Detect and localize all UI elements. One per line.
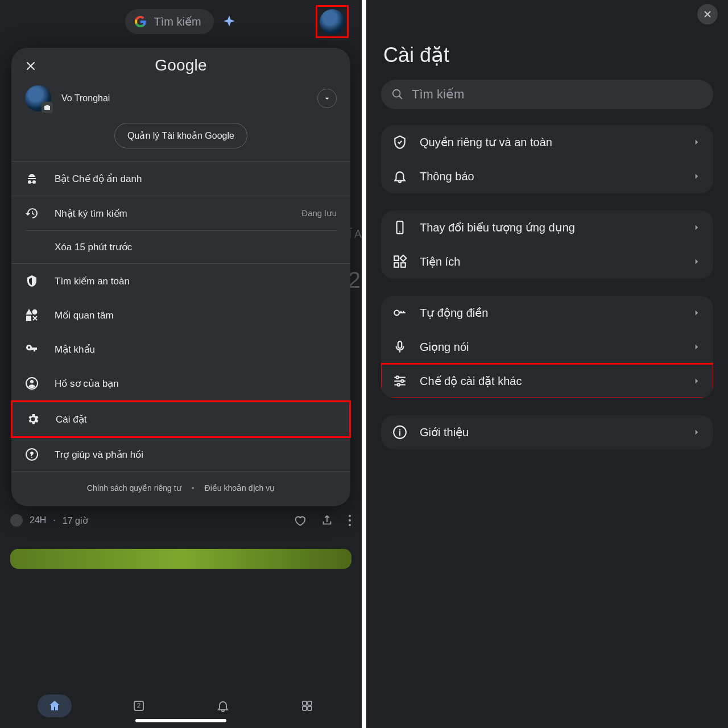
expand-button[interactable] (317, 89, 337, 108)
row-about[interactable]: Giới thiệu (381, 415, 713, 449)
bell-icon (392, 169, 407, 184)
group-about: Giới thiệu (381, 415, 713, 449)
help-icon (25, 448, 39, 461)
manage-account-button[interactable]: Quản lý Tài khoản Google (114, 123, 247, 148)
close-icon[interactable] (24, 59, 38, 73)
help-row[interactable]: Trợ giúp và phản hồi (11, 437, 350, 471)
privacy-link[interactable]: Chính sách quyền riêng tư (87, 483, 181, 493)
search-placeholder: Tìm kiếm (154, 15, 201, 28)
feed-card-image[interactable] (10, 549, 351, 569)
svg-rect-15 (394, 263, 399, 267)
passwords-row[interactable]: Mật khẩu (11, 332, 350, 366)
gear-icon (26, 412, 40, 426)
settings-row[interactable]: Cài đặt (11, 400, 351, 438)
svg-point-4 (349, 519, 351, 522)
chevron-down-icon (322, 94, 332, 103)
svg-rect-17 (400, 255, 407, 262)
camera-badge-icon (42, 102, 53, 113)
search-icon (391, 88, 404, 101)
svg-point-24 (399, 429, 401, 431)
source-favicon (10, 514, 23, 527)
search-pill[interactable]: Tìm kiếm (125, 9, 213, 34)
chevron-right-icon (692, 342, 702, 352)
nav-notifications[interactable] (206, 694, 240, 717)
share-icon[interactable] (321, 514, 333, 527)
close-icon (702, 9, 713, 19)
history-status: Đang lưu (301, 208, 337, 218)
svg-point-3 (349, 515, 351, 517)
topbar: Tìm kiếm (0, 0, 362, 43)
page-title: Cài đặt (366, 28, 728, 80)
feed-row: 24H · 17 giờ (10, 514, 351, 527)
tab-count: 2 (137, 702, 141, 710)
history-icon (25, 206, 39, 220)
history-row[interactable]: Nhật ký tìm kiếm Đang lưu (11, 196, 350, 230)
close-button[interactable] (697, 4, 718, 24)
incognito-row[interactable]: Bật Chế độ ẩn danh (11, 162, 350, 196)
chevron-right-icon (692, 137, 702, 147)
sheet-footer: Chính sách quyền riêng tư • Điều khoản d… (11, 472, 350, 502)
svg-point-5 (349, 524, 351, 526)
svg-point-22 (398, 383, 400, 386)
interests-icon (25, 308, 39, 322)
interests-row[interactable]: Mối quan tâm (11, 298, 350, 332)
row-notifications[interactable]: Thông báo (381, 159, 713, 193)
nav-menu[interactable] (290, 694, 324, 717)
delete-15-row[interactable]: Xóa 15 phút trước (11, 231, 350, 263)
info-icon (392, 425, 407, 440)
sparkle-icon[interactable] (222, 14, 237, 29)
heart-icon[interactable] (293, 514, 306, 527)
nav-tabs[interactable]: 2 (122, 694, 156, 717)
feed-time: 17 giờ (63, 515, 88, 526)
more-icon[interactable] (348, 514, 351, 527)
chevron-right-icon (692, 427, 702, 437)
tune-icon (392, 374, 407, 388)
row-widgets[interactable]: Tiện ích (381, 245, 713, 279)
home-indicator[interactable] (135, 719, 226, 722)
bell-icon (216, 699, 230, 713)
incognito-icon (25, 172, 39, 185)
chevron-right-icon (692, 257, 702, 267)
chevron-right-icon (692, 222, 702, 233)
row-other-settings[interactable]: Chế độ cài đặt khác (381, 364, 713, 398)
svg-point-21 (401, 380, 403, 382)
svg-rect-10 (308, 706, 312, 710)
chevron-right-icon (692, 308, 702, 318)
group-privacy: Quyền riêng tư và an toàn Thông báo (381, 125, 713, 193)
account-avatar[interactable] (25, 85, 51, 111)
widgets-icon (392, 254, 407, 269)
chevron-right-icon (692, 171, 702, 181)
svg-rect-8 (308, 701, 312, 705)
row-app-icon[interactable]: Thay đổi biểu tượng ứng dụng (381, 210, 713, 245)
google-g-icon (134, 15, 147, 28)
svg-point-20 (396, 376, 399, 378)
settings-search[interactable]: Tìm kiếm (381, 80, 713, 109)
avatar-highlight (316, 5, 349, 38)
svg-rect-19 (398, 341, 402, 348)
account-name: Vo Tronghai (61, 93, 110, 104)
tos-link[interactable]: Điều khoản dịch vụ (205, 483, 275, 493)
feed-source: 24H (30, 515, 46, 526)
person-icon (25, 377, 39, 390)
row-voice[interactable]: Giọng nói (381, 330, 713, 364)
row-privacy[interactable]: Quyền riêng tư và an toàn (381, 125, 713, 159)
row-autofill[interactable]: Tự động điền (381, 296, 713, 330)
key-icon (392, 305, 407, 320)
account-row[interactable]: Vo Tronghai (11, 83, 350, 123)
svg-point-18 (394, 311, 399, 316)
left-panel: Tìm kiếm DĨ A 32 Google Vo Tronghai Quản… (0, 0, 362, 728)
profile-row[interactable]: Hồ sơ của bạn (11, 366, 350, 400)
svg-rect-16 (401, 263, 406, 267)
grid-icon (300, 699, 314, 713)
svg-rect-9 (303, 706, 307, 710)
safesearch-row[interactable]: Tìm kiếm an toàn (11, 264, 350, 298)
svg-rect-14 (394, 256, 399, 260)
group-input: Tự động điền Giọng nói Chế độ cài đặt kh… (381, 296, 713, 398)
profile-avatar[interactable] (320, 9, 345, 35)
account-sheet: Google Vo Tronghai Quản lý Tài khoản Goo… (11, 48, 350, 506)
svg-rect-7 (303, 701, 307, 705)
phone-icon (392, 220, 407, 235)
svg-point-1 (30, 380, 34, 383)
nav-home[interactable] (38, 694, 72, 717)
group-appearance: Thay đổi biểu tượng ứng dụng Tiện ích (381, 210, 713, 279)
